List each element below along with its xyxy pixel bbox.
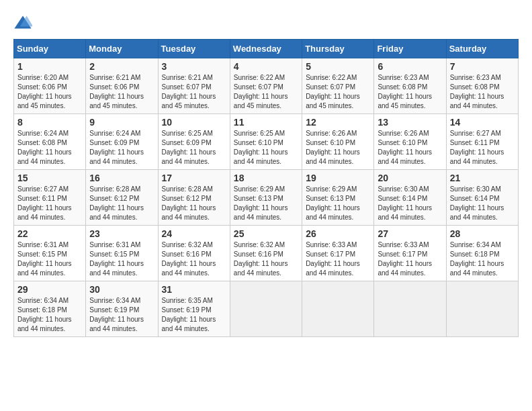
day-info: Sunrise: 6:28 AM Sunset: 6:12 PM Dayligh… — [162, 185, 226, 222]
day-number: 27 — [378, 228, 442, 239]
day-info: Sunrise: 6:31 AM Sunset: 6:15 PM Dayligh… — [17, 240, 82, 278]
day-number: 7 — [450, 61, 515, 72]
calendar-cell: 26 Sunrise: 6:33 AM Sunset: 6:17 PM Dayl… — [302, 226, 374, 281]
day-info: Sunrise: 6:27 AM Sunset: 6:11 PM Dayligh… — [450, 129, 515, 167]
day-info: Sunrise: 6:33 AM Sunset: 6:17 PM Dayligh… — [306, 240, 370, 278]
day-header-wednesday: Wednesday — [230, 40, 302, 58]
calendar-cell: 14 Sunrise: 6:27 AM Sunset: 6:11 PM Dayl… — [446, 114, 518, 170]
day-number: 16 — [89, 173, 154, 183]
day-info: Sunrise: 6:34 AM Sunset: 6:18 PM Dayligh… — [450, 240, 515, 278]
calendar-week-row: 1 Sunrise: 6:20 AM Sunset: 6:06 PM Dayli… — [14, 58, 519, 114]
day-number: 8 — [17, 117, 82, 128]
calendar-cell: 5 Sunrise: 6:22 AM Sunset: 6:07 PM Dayli… — [302, 58, 374, 114]
day-number: 14 — [450, 117, 515, 128]
day-header-thursday: Thursday — [302, 40, 374, 58]
day-info: Sunrise: 6:23 AM Sunset: 6:08 PM Dayligh… — [450, 73, 515, 111]
calendar-cell: 22 Sunrise: 6:31 AM Sunset: 6:15 PM Dayl… — [14, 226, 86, 281]
calendar-cell: 16 Sunrise: 6:28 AM Sunset: 6:12 PM Dayl… — [86, 170, 158, 226]
calendar-cell: 24 Sunrise: 6:32 AM Sunset: 6:16 PM Dayl… — [158, 226, 230, 281]
day-info: Sunrise: 6:34 AM Sunset: 6:19 PM Dayligh… — [89, 296, 154, 334]
day-info: Sunrise: 6:23 AM Sunset: 6:08 PM Dayligh… — [378, 73, 442, 111]
day-info: Sunrise: 6:28 AM Sunset: 6:12 PM Dayligh… — [89, 185, 154, 222]
calendar-week-row: 8 Sunrise: 6:24 AM Sunset: 6:08 PM Dayli… — [14, 114, 519, 170]
page-header — [13, 13, 519, 32]
day-number: 21 — [450, 173, 515, 183]
calendar-week-row: 29 Sunrise: 6:34 AM Sunset: 6:18 PM Dayl… — [14, 281, 519, 337]
calendar-cell: 20 Sunrise: 6:30 AM Sunset: 6:14 PM Dayl… — [374, 170, 446, 226]
day-header-sunday: Sunday — [14, 40, 86, 58]
calendar-week-row: 15 Sunrise: 6:27 AM Sunset: 6:11 PM Dayl… — [14, 170, 519, 226]
day-number: 19 — [306, 173, 370, 183]
day-number: 28 — [450, 228, 515, 239]
day-number: 3 — [162, 61, 226, 72]
day-info: Sunrise: 6:22 AM Sunset: 6:07 PM Dayligh… — [306, 73, 370, 111]
day-info: Sunrise: 6:29 AM Sunset: 6:13 PM Dayligh… — [234, 185, 298, 222]
calendar-cell: 13 Sunrise: 6:26 AM Sunset: 6:10 PM Dayl… — [374, 114, 446, 170]
day-info: Sunrise: 6:20 AM Sunset: 6:06 PM Dayligh… — [17, 73, 82, 111]
calendar-cell: 27 Sunrise: 6:33 AM Sunset: 6:17 PM Dayl… — [374, 226, 446, 281]
calendar-cell: 15 Sunrise: 6:27 AM Sunset: 6:11 PM Dayl… — [14, 170, 86, 226]
day-number: 24 — [162, 228, 226, 239]
day-number: 29 — [17, 284, 82, 295]
day-number: 31 — [162, 284, 226, 295]
day-number: 18 — [234, 173, 298, 183]
day-number: 17 — [162, 173, 226, 183]
day-number: 12 — [306, 117, 370, 128]
calendar-cell: 6 Sunrise: 6:23 AM Sunset: 6:08 PM Dayli… — [374, 58, 446, 114]
day-number: 25 — [234, 228, 298, 239]
calendar-cell: 2 Sunrise: 6:21 AM Sunset: 6:06 PM Dayli… — [86, 58, 158, 114]
day-number: 10 — [162, 117, 226, 128]
calendar-cell: 11 Sunrise: 6:25 AM Sunset: 6:10 PM Dayl… — [230, 114, 302, 170]
day-number: 11 — [234, 117, 298, 128]
calendar-cell: 17 Sunrise: 6:28 AM Sunset: 6:12 PM Dayl… — [158, 170, 230, 226]
day-number: 20 — [378, 173, 442, 183]
calendar-body: 1 Sunrise: 6:20 AM Sunset: 6:06 PM Dayli… — [14, 58, 519, 337]
calendar-cell: 19 Sunrise: 6:29 AM Sunset: 6:13 PM Dayl… — [302, 170, 374, 226]
day-number: 15 — [17, 173, 82, 183]
day-info: Sunrise: 6:31 AM Sunset: 6:15 PM Dayligh… — [89, 240, 154, 278]
day-header-saturday: Saturday — [446, 40, 518, 58]
day-number: 5 — [306, 61, 370, 72]
day-info: Sunrise: 6:26 AM Sunset: 6:10 PM Dayligh… — [378, 129, 442, 167]
day-info: Sunrise: 6:26 AM Sunset: 6:10 PM Dayligh… — [306, 129, 370, 167]
calendar-cell — [374, 281, 446, 337]
calendar-cell: 9 Sunrise: 6:24 AM Sunset: 6:09 PM Dayli… — [86, 114, 158, 170]
day-info: Sunrise: 6:21 AM Sunset: 6:06 PM Dayligh… — [89, 73, 154, 111]
day-info: Sunrise: 6:25 AM Sunset: 6:10 PM Dayligh… — [234, 129, 298, 167]
day-info: Sunrise: 6:35 AM Sunset: 6:19 PM Dayligh… — [162, 296, 226, 334]
calendar-cell: 10 Sunrise: 6:25 AM Sunset: 6:09 PM Dayl… — [158, 114, 230, 170]
day-info: Sunrise: 6:22 AM Sunset: 6:07 PM Dayligh… — [234, 73, 298, 111]
day-info: Sunrise: 6:27 AM Sunset: 6:11 PM Dayligh… — [17, 185, 82, 222]
day-info: Sunrise: 6:30 AM Sunset: 6:14 PM Dayligh… — [378, 185, 442, 222]
day-number: 2 — [89, 61, 154, 72]
day-info: Sunrise: 6:24 AM Sunset: 6:09 PM Dayligh… — [89, 129, 154, 167]
day-info: Sunrise: 6:32 AM Sunset: 6:16 PM Dayligh… — [162, 240, 226, 278]
day-number: 26 — [306, 228, 370, 239]
day-header-friday: Friday — [374, 40, 446, 58]
day-number: 13 — [378, 117, 442, 128]
day-number: 23 — [89, 228, 154, 239]
day-number: 9 — [89, 117, 154, 128]
calendar-cell: 1 Sunrise: 6:20 AM Sunset: 6:06 PM Dayli… — [14, 58, 86, 114]
calendar-cell: 8 Sunrise: 6:24 AM Sunset: 6:08 PM Dayli… — [14, 114, 86, 170]
day-number: 6 — [378, 61, 442, 72]
calendar-cell — [302, 281, 374, 337]
day-info: Sunrise: 6:30 AM Sunset: 6:14 PM Dayligh… — [450, 185, 515, 222]
day-number: 30 — [89, 284, 154, 295]
calendar-cell: 21 Sunrise: 6:30 AM Sunset: 6:14 PM Dayl… — [446, 170, 518, 226]
calendar-header-row: SundayMondayTuesdayWednesdayThursdayFrid… — [14, 40, 519, 58]
calendar-week-row: 22 Sunrise: 6:31 AM Sunset: 6:15 PM Dayl… — [14, 226, 519, 281]
calendar-cell: 28 Sunrise: 6:34 AM Sunset: 6:18 PM Dayl… — [446, 226, 518, 281]
calendar-cell: 29 Sunrise: 6:34 AM Sunset: 6:18 PM Dayl… — [14, 281, 86, 337]
calendar-cell — [230, 281, 302, 337]
calendar-cell: 12 Sunrise: 6:26 AM Sunset: 6:10 PM Dayl… — [302, 114, 374, 170]
calendar-cell — [446, 281, 518, 337]
calendar-cell: 18 Sunrise: 6:29 AM Sunset: 6:13 PM Dayl… — [230, 170, 302, 226]
day-info: Sunrise: 6:24 AM Sunset: 6:08 PM Dayligh… — [17, 129, 82, 167]
logo-icon — [13, 13, 32, 32]
calendar-cell: 7 Sunrise: 6:23 AM Sunset: 6:08 PM Dayli… — [446, 58, 518, 114]
calendar-table: SundayMondayTuesdayWednesdayThursdayFrid… — [13, 39, 519, 337]
calendar-cell: 30 Sunrise: 6:34 AM Sunset: 6:19 PM Dayl… — [86, 281, 158, 337]
day-number: 1 — [17, 61, 82, 72]
calendar-cell: 25 Sunrise: 6:32 AM Sunset: 6:16 PM Dayl… — [230, 226, 302, 281]
